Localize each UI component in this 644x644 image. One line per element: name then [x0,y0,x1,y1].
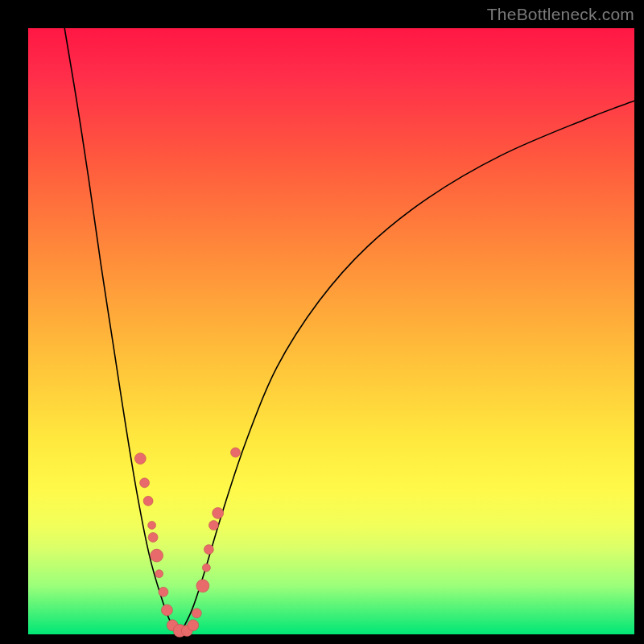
chart-overlay [28,28,634,634]
scatter-points [134,448,240,637]
data-point [159,587,168,597]
curve-right [180,101,634,634]
data-point [155,570,163,578]
data-point [202,564,210,572]
watermark-text: TheBottleneck.com [487,5,634,24]
curve-left [64,28,180,634]
data-point [192,609,201,618]
data-point [196,580,209,592]
data-point [208,520,218,530]
data-point [161,605,172,616]
data-point [231,448,241,457]
chart-frame: TheBottleneck.com [0,0,644,644]
data-point [213,507,224,518]
data-point [148,533,158,543]
data-point [148,521,156,529]
data-point [143,496,153,506]
data-point [188,620,199,631]
data-point [140,478,150,488]
data-point [134,453,146,464]
data-point [151,549,163,562]
data-point [204,545,213,555]
